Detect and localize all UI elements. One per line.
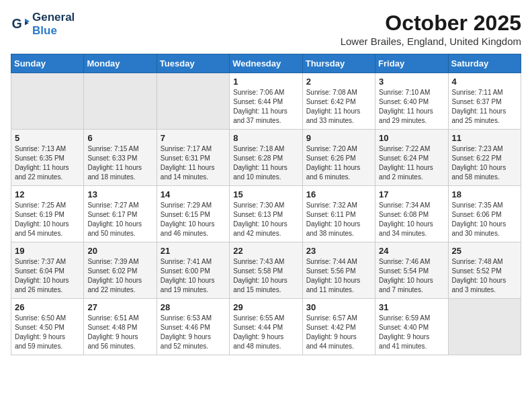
- calendar-table: SundayMondayTuesdayWednesdayThursdayFrid…: [11, 54, 521, 355]
- calendar-cell: 22Sunrise: 7:43 AM Sunset: 5:58 PM Dayli…: [230, 242, 302, 299]
- logo-line1: General: [32, 11, 75, 24]
- calendar-cell: 28Sunrise: 6:53 AM Sunset: 4:46 PM Dayli…: [157, 299, 229, 355]
- day-number: 22: [233, 246, 298, 256]
- svg-text:G: G: [11, 16, 21, 31]
- day-number: 21: [161, 246, 226, 256]
- day-number: 7: [161, 133, 226, 143]
- calendar-cell: 2Sunrise: 7:08 AM Sunset: 6:42 PM Daylig…: [302, 73, 375, 130]
- logo: G General Blue: [11, 11, 75, 38]
- day-number: 18: [452, 189, 517, 199]
- day-info: Sunrise: 7:46 AM Sunset: 5:54 PM Dayligh…: [379, 257, 444, 295]
- calendar-cell: 9Sunrise: 7:20 AM Sunset: 6:26 PM Daylig…: [302, 130, 375, 186]
- day-info: Sunrise: 7:13 AM Sunset: 6:35 PM Dayligh…: [15, 144, 80, 182]
- calendar-cell: 21Sunrise: 7:41 AM Sunset: 6:00 PM Dayli…: [157, 242, 229, 299]
- day-info: Sunrise: 7:48 AM Sunset: 5:52 PM Dayligh…: [452, 257, 517, 295]
- day-info: Sunrise: 7:29 AM Sunset: 6:15 PM Dayligh…: [161, 201, 226, 238]
- day-info: Sunrise: 7:43 AM Sunset: 5:58 PM Dayligh…: [233, 257, 298, 295]
- day-info: Sunrise: 7:06 AM Sunset: 6:44 PM Dayligh…: [233, 88, 298, 126]
- calendar-cell: [11, 73, 84, 130]
- day-number: 12: [15, 189, 80, 199]
- day-number: 14: [161, 189, 226, 199]
- day-info: Sunrise: 7:35 AM Sunset: 6:06 PM Dayligh…: [452, 201, 517, 238]
- day-info: Sunrise: 7:25 AM Sunset: 6:19 PM Dayligh…: [15, 201, 80, 238]
- day-number: 31: [379, 302, 444, 312]
- day-number: 1: [233, 77, 298, 87]
- weekday-header-saturday: Saturday: [448, 54, 521, 73]
- location-title: Lower Brailes, England, United Kingdom: [341, 36, 521, 47]
- calendar-cell: 23Sunrise: 7:44 AM Sunset: 5:56 PM Dayli…: [302, 242, 375, 299]
- day-number: 25: [452, 246, 517, 256]
- calendar-cell: 17Sunrise: 7:34 AM Sunset: 6:08 PM Dayli…: [375, 186, 448, 242]
- day-number: 13: [87, 189, 152, 199]
- calendar-cell: 5Sunrise: 7:13 AM Sunset: 6:35 PM Daylig…: [11, 130, 84, 186]
- day-number: 4: [452, 77, 517, 87]
- logo-line2: Blue: [32, 24, 75, 38]
- day-info: Sunrise: 7:34 AM Sunset: 6:08 PM Dayligh…: [379, 201, 444, 238]
- calendar-cell: 26Sunrise: 6:50 AM Sunset: 4:50 PM Dayli…: [11, 299, 84, 355]
- calendar-cell: 4Sunrise: 7:11 AM Sunset: 6:37 PM Daylig…: [448, 73, 521, 130]
- week-row-4: 19Sunrise: 7:37 AM Sunset: 6:04 PM Dayli…: [11, 242, 521, 299]
- day-info: Sunrise: 7:17 AM Sunset: 6:31 PM Dayligh…: [161, 144, 226, 182]
- month-title: October 2025: [341, 11, 521, 36]
- title-block: October 2025 Lower Brailes, England, Uni…: [341, 11, 521, 47]
- day-number: 23: [306, 246, 371, 256]
- day-info: Sunrise: 6:59 AM Sunset: 4:40 PM Dayligh…: [379, 314, 444, 351]
- day-info: Sunrise: 7:37 AM Sunset: 6:04 PM Dayligh…: [15, 257, 80, 295]
- day-number: 19: [15, 246, 80, 256]
- day-info: Sunrise: 7:18 AM Sunset: 6:28 PM Dayligh…: [233, 144, 298, 182]
- day-number: 27: [87, 302, 152, 312]
- calendar-cell: [84, 73, 157, 130]
- day-number: 26: [15, 302, 80, 312]
- calendar-cell: 30Sunrise: 6:57 AM Sunset: 4:42 PM Dayli…: [302, 299, 375, 355]
- day-number: 24: [379, 246, 444, 256]
- calendar-cell: 15Sunrise: 7:30 AM Sunset: 6:13 PM Dayli…: [230, 186, 302, 242]
- day-info: Sunrise: 7:15 AM Sunset: 6:33 PM Dayligh…: [87, 144, 152, 182]
- calendar-cell: 14Sunrise: 7:29 AM Sunset: 6:15 PM Dayli…: [157, 186, 229, 242]
- day-info: Sunrise: 7:32 AM Sunset: 6:11 PM Dayligh…: [306, 201, 371, 238]
- day-number: 3: [379, 77, 444, 87]
- calendar-cell: 13Sunrise: 7:27 AM Sunset: 6:17 PM Dayli…: [84, 186, 157, 242]
- calendar-cell: 8Sunrise: 7:18 AM Sunset: 6:28 PM Daylig…: [230, 130, 302, 186]
- calendar-cell: [157, 73, 229, 130]
- calendar-cell: 19Sunrise: 7:37 AM Sunset: 6:04 PM Dayli…: [11, 242, 84, 299]
- day-info: Sunrise: 7:10 AM Sunset: 6:40 PM Dayligh…: [379, 88, 444, 126]
- day-number: 2: [306, 77, 371, 87]
- day-number: 15: [233, 189, 298, 199]
- calendar-cell: 10Sunrise: 7:22 AM Sunset: 6:24 PM Dayli…: [375, 130, 448, 186]
- calendar-cell: 20Sunrise: 7:39 AM Sunset: 6:02 PM Dayli…: [84, 242, 157, 299]
- day-number: 6: [87, 133, 152, 143]
- day-number: 20: [87, 246, 152, 256]
- weekday-header-friday: Friday: [375, 54, 448, 73]
- day-info: Sunrise: 7:30 AM Sunset: 6:13 PM Dayligh…: [233, 201, 298, 238]
- calendar-cell: 25Sunrise: 7:48 AM Sunset: 5:52 PM Dayli…: [448, 242, 521, 299]
- calendar-cell: 6Sunrise: 7:15 AM Sunset: 6:33 PM Daylig…: [84, 130, 157, 186]
- day-info: Sunrise: 7:23 AM Sunset: 6:22 PM Dayligh…: [452, 144, 517, 182]
- weekday-header-wednesday: Wednesday: [230, 54, 302, 73]
- calendar-cell: 11Sunrise: 7:23 AM Sunset: 6:22 PM Dayli…: [448, 130, 521, 186]
- calendar-cell: 27Sunrise: 6:51 AM Sunset: 4:48 PM Dayli…: [84, 299, 157, 355]
- day-number: 17: [379, 189, 444, 199]
- day-info: Sunrise: 6:55 AM Sunset: 4:44 PM Dayligh…: [233, 314, 298, 351]
- day-number: 16: [306, 189, 371, 199]
- calendar-cell: 7Sunrise: 7:17 AM Sunset: 6:31 PM Daylig…: [157, 130, 229, 186]
- day-info: Sunrise: 7:27 AM Sunset: 6:17 PM Dayligh…: [87, 201, 152, 238]
- week-row-2: 5Sunrise: 7:13 AM Sunset: 6:35 PM Daylig…: [11, 130, 521, 186]
- day-info: Sunrise: 7:08 AM Sunset: 6:42 PM Dayligh…: [306, 88, 371, 126]
- day-number: 11: [452, 133, 517, 143]
- page-header: G General Blue October 2025 Lower Braile…: [11, 11, 521, 47]
- weekday-header-sunday: Sunday: [11, 54, 84, 73]
- week-row-3: 12Sunrise: 7:25 AM Sunset: 6:19 PM Dayli…: [11, 186, 521, 242]
- logo-icon: G: [11, 15, 30, 34]
- day-number: 5: [15, 133, 80, 143]
- day-info: Sunrise: 6:50 AM Sunset: 4:50 PM Dayligh…: [15, 314, 80, 351]
- day-info: Sunrise: 7:41 AM Sunset: 6:00 PM Dayligh…: [161, 257, 226, 295]
- weekday-header-thursday: Thursday: [302, 54, 375, 73]
- day-info: Sunrise: 7:20 AM Sunset: 6:26 PM Dayligh…: [306, 144, 371, 182]
- day-number: 28: [161, 302, 226, 312]
- day-info: Sunrise: 7:22 AM Sunset: 6:24 PM Dayligh…: [379, 144, 444, 182]
- day-info: Sunrise: 7:44 AM Sunset: 5:56 PM Dayligh…: [306, 257, 371, 295]
- day-number: 29: [233, 302, 298, 312]
- day-number: 10: [379, 133, 444, 143]
- calendar-cell: 31Sunrise: 6:59 AM Sunset: 4:40 PM Dayli…: [375, 299, 448, 355]
- calendar-cell: 3Sunrise: 7:10 AM Sunset: 6:40 PM Daylig…: [375, 73, 448, 130]
